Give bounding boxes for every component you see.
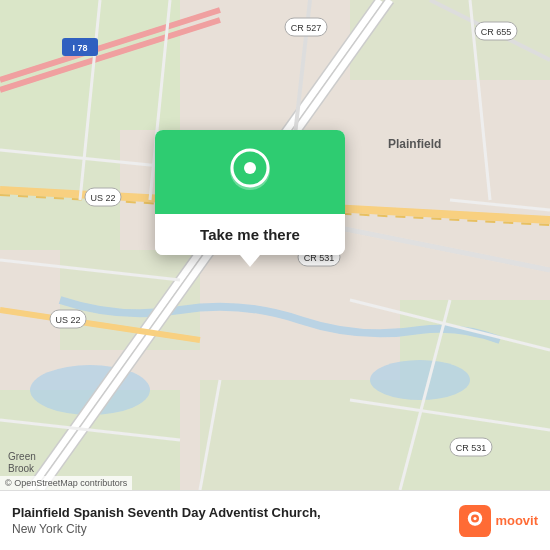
svg-rect-6 [200,380,400,490]
svg-point-31 [244,162,256,174]
svg-point-35 [474,517,477,520]
bottom-bar: Plainfield Spanish Seventh Day Adventist… [0,490,550,550]
popup-header [155,130,345,214]
place-name: Plainfield Spanish Seventh Day Adventist… [12,505,451,522]
svg-text:US 22: US 22 [90,193,115,203]
map-container: I 78 CR 527 CR 655 US 22 CR 531 US 22 US… [0,0,550,490]
moovit-logo-icon [459,505,491,537]
take-me-there-button[interactable]: Take me there [155,214,345,255]
svg-text:Plainfield: Plainfield [388,137,441,151]
svg-text:CR 531: CR 531 [456,443,487,453]
osm-credit: © OpenStreetMap contributors [0,476,132,490]
location-pin-icon [228,148,272,200]
svg-text:CR 655: CR 655 [481,27,512,37]
svg-text:Green: Green [8,451,36,462]
svg-text:Brook: Brook [8,463,35,474]
moovit-text: moovit [495,513,538,528]
svg-text:US 22: US 22 [55,315,80,325]
svg-text:CR 527: CR 527 [291,23,322,33]
svg-point-9 [370,360,470,400]
svg-text:I 78: I 78 [72,43,87,53]
place-city: New York City [12,522,451,536]
popup-card: Take me there [155,130,345,255]
place-info: Plainfield Spanish Seventh Day Adventist… [12,505,451,536]
moovit-logo: moovit [459,505,538,537]
